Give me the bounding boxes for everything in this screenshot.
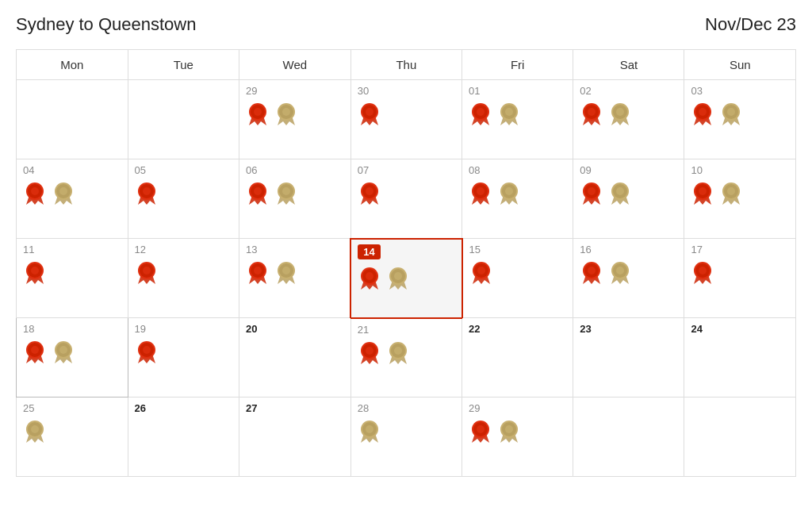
date-number: 29 xyxy=(246,85,344,97)
calendar-cell[interactable]: 20 xyxy=(239,318,350,398)
gold-award-icon xyxy=(608,102,632,132)
date-number: 11 xyxy=(23,244,121,255)
day-header-thu: Thu xyxy=(350,50,462,80)
calendar-cell[interactable]: 16 xyxy=(573,239,684,318)
svg-point-119 xyxy=(254,267,262,275)
svg-point-19 xyxy=(477,108,485,116)
cell-icons xyxy=(469,260,567,290)
calendar-cell[interactable]: 05 xyxy=(128,159,239,239)
date-number: 02 xyxy=(580,85,677,97)
cell-icons xyxy=(246,102,344,132)
calendar-cell[interactable]: 07 xyxy=(350,159,462,239)
date-number: 10 xyxy=(691,164,789,176)
svg-point-54 xyxy=(59,187,67,195)
date-number: 27 xyxy=(246,402,344,414)
cell-icons xyxy=(135,260,232,290)
calendar-cell[interactable] xyxy=(17,80,128,159)
red-award-icon xyxy=(135,340,159,370)
svg-point-74 xyxy=(366,187,373,195)
calendar-cell[interactable]: 11 xyxy=(17,239,128,318)
svg-point-99 xyxy=(699,187,707,195)
calendar-cell[interactable]: 13 xyxy=(239,239,350,318)
page: Sydney to Queenstown Nov/Dec 23 MonTueWe… xyxy=(0,0,812,530)
gold-award-icon xyxy=(497,419,521,449)
calendar-cell[interactable]: 15 xyxy=(462,239,573,318)
cell-icons xyxy=(135,181,232,211)
calendar-cell[interactable]: 21 xyxy=(350,318,462,398)
svg-point-129 xyxy=(366,272,373,280)
calendar-cell[interactable] xyxy=(128,80,239,159)
gold-award-icon xyxy=(608,260,632,290)
svg-point-164 xyxy=(59,346,67,354)
calendar-cell[interactable]: 22 xyxy=(462,318,573,398)
gold-award-icon xyxy=(386,266,410,296)
date-number: 16 xyxy=(580,244,677,255)
calendar-cell[interactable]: 12 xyxy=(128,239,239,318)
svg-point-64 xyxy=(254,187,262,195)
calendar-cell[interactable]: 03 xyxy=(684,80,796,159)
svg-point-29 xyxy=(588,108,596,116)
cell-icons xyxy=(358,419,455,449)
cell-icons xyxy=(469,181,566,211)
red-award-icon xyxy=(580,102,603,132)
red-award-icon xyxy=(246,102,270,132)
date-number: 29 xyxy=(469,402,566,414)
cell-icons xyxy=(358,266,454,296)
red-award-icon xyxy=(135,260,159,290)
svg-point-9 xyxy=(282,108,290,116)
svg-point-49 xyxy=(31,187,39,195)
header: Sydney to Queenstown Nov/Dec 23 xyxy=(16,14,796,35)
day-header-wed: Wed xyxy=(239,50,350,80)
svg-point-169 xyxy=(143,346,151,354)
calendar-cell[interactable]: 26 xyxy=(128,398,239,477)
cell-icons xyxy=(23,181,121,211)
calendar-cell[interactable]: 14 xyxy=(350,239,462,318)
calendar-cell[interactable]: 09 xyxy=(573,159,684,239)
date-number: 01 xyxy=(469,85,566,97)
cell-icons xyxy=(246,181,344,211)
selected-date-tag: 14 xyxy=(358,244,380,259)
red-award-icon xyxy=(469,260,493,290)
date-number: 09 xyxy=(580,164,677,176)
cell-icons xyxy=(691,102,789,132)
date-number: 30 xyxy=(358,85,455,97)
calendar-cell[interactable]: 30 xyxy=(350,80,462,159)
svg-point-69 xyxy=(282,187,290,195)
svg-point-114 xyxy=(143,267,151,275)
calendar-cell[interactable] xyxy=(684,398,796,477)
svg-point-44 xyxy=(727,108,735,116)
day-header-sat: Sat xyxy=(573,50,684,80)
calendar-cell[interactable]: 01 xyxy=(462,80,573,159)
svg-point-94 xyxy=(616,187,624,195)
cell-icons xyxy=(23,260,121,290)
red-award-icon xyxy=(358,181,381,211)
calendar-cell[interactable]: 28 xyxy=(350,398,462,477)
page-title: Sydney to Queenstown xyxy=(16,14,196,35)
calendar-cell[interactable]: 25 xyxy=(17,398,128,477)
calendar-cell[interactable]: 23 xyxy=(573,318,684,398)
calendar-cell[interactable] xyxy=(573,398,684,477)
calendar-cell[interactable]: 06 xyxy=(239,159,350,239)
svg-point-34 xyxy=(616,108,624,116)
calendar-cell[interactable]: 02 xyxy=(573,80,684,159)
cell-icons xyxy=(358,102,455,132)
cell-icons xyxy=(23,340,121,370)
calendar-cell[interactable]: 29 xyxy=(462,398,573,477)
calendar-cell[interactable]: 08 xyxy=(462,159,573,239)
cell-icons xyxy=(469,419,566,449)
red-award-icon xyxy=(469,419,492,449)
red-award-icon xyxy=(135,181,159,211)
red-award-icon xyxy=(691,181,714,211)
date-number: 28 xyxy=(358,402,455,414)
day-header-fri: Fri xyxy=(462,50,573,80)
calendar-cell[interactable]: 19 xyxy=(128,318,239,398)
date-number: 06 xyxy=(246,164,344,176)
calendar-cell[interactable]: 04 xyxy=(17,159,128,239)
calendar-cell[interactable]: 29 xyxy=(239,80,350,159)
gold-award-icon xyxy=(274,102,298,132)
calendar-cell[interactable]: 17 xyxy=(684,239,796,318)
calendar-cell[interactable]: 24 xyxy=(684,318,796,398)
calendar-cell[interactable]: 18 xyxy=(17,318,128,398)
calendar-cell[interactable]: 27 xyxy=(239,398,350,477)
calendar-cell[interactable]: 10 xyxy=(684,159,796,239)
